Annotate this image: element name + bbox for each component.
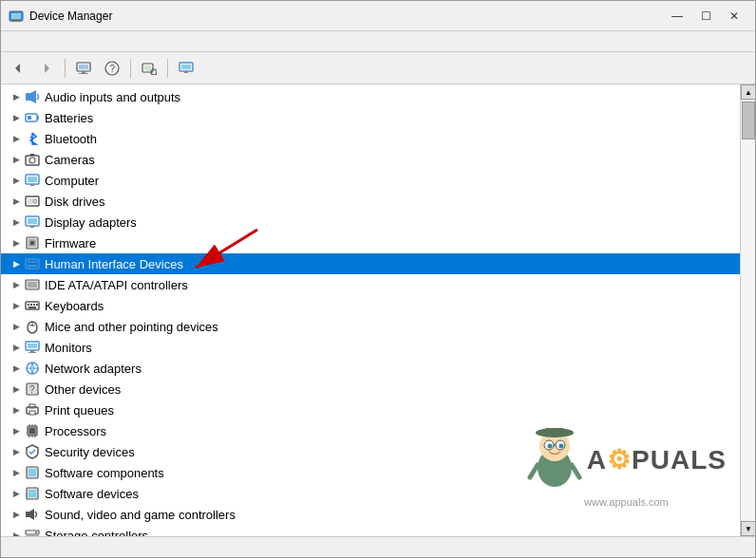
- status-bar: [1, 536, 755, 557]
- device-icon-cameras: [24, 151, 41, 168]
- tree-item-cameras[interactable]: ▶Cameras: [1, 149, 740, 170]
- scroll-thumb[interactable]: [742, 102, 755, 140]
- svg-rect-41: [28, 261, 30, 263]
- expand-arrow-security[interactable]: ▶: [9, 444, 24, 459]
- svg-rect-23: [28, 116, 31, 120]
- expand-arrow-print[interactable]: ▶: [9, 402, 24, 418]
- svg-point-106: [558, 444, 563, 449]
- toolbar-separator-1: [65, 59, 66, 78]
- expand-arrow-diskdrives[interactable]: ▶: [9, 194, 24, 209]
- expand-arrow-bluetooth[interactable]: ▶: [9, 131, 24, 146]
- expand-arrow-firmware[interactable]: ▶: [9, 235, 24, 251]
- device-label-cameras: Cameras: [45, 153, 95, 167]
- tree-item-ideata[interactable]: ▶IDE ATA/ATAPI controllers: [1, 274, 740, 295]
- expand-arrow-mice[interactable]: ▶: [9, 319, 24, 334]
- expand-arrow-processors[interactable]: ▶: [9, 423, 24, 438]
- device-label-computer: Computer: [45, 174, 99, 188]
- expand-arrow-monitors[interactable]: ▶: [9, 340, 24, 355]
- device-icon-software_devices: [24, 485, 41, 502]
- svg-rect-48: [28, 304, 29, 306]
- scroll-up-button[interactable]: ▲: [741, 84, 755, 100]
- svg-rect-22: [37, 116, 39, 120]
- maximize-button[interactable]: ☐: [692, 6, 719, 27]
- tree-item-monitors[interactable]: ▶Monitors: [1, 337, 740, 358]
- toolbar-help-button[interactable]: ?: [99, 56, 125, 81]
- tree-item-print[interactable]: ▶Print queues: [1, 400, 740, 420]
- expand-arrow-ideata[interactable]: ▶: [9, 277, 24, 292]
- tree-item-computer[interactable]: ▶Computer: [1, 170, 740, 191]
- expand-arrow-hid[interactable]: ▶: [9, 256, 24, 271]
- expand-arrow-batteries[interactable]: ▶: [9, 110, 24, 125]
- device-label-software_devices: Software devices: [45, 487, 139, 501]
- device-icon-displayadapters: [24, 214, 41, 231]
- svg-point-26: [29, 158, 35, 163]
- watermark-logo-text: A⚙PUALS: [587, 444, 727, 475]
- tree-item-diskdrives[interactable]: ▶Disk drives: [1, 191, 740, 212]
- svg-rect-42: [31, 261, 34, 263]
- svg-marker-20: [30, 90, 36, 103]
- tree-item-hid[interactable]: ▶Human Interface Devices: [1, 253, 740, 274]
- expand-arrow-network[interactable]: ▶: [9, 361, 24, 376]
- tree-item-mice[interactable]: ▶Mice and other pointing devices: [1, 316, 740, 337]
- expand-arrow-software_devices[interactable]: ▶: [9, 486, 24, 501]
- expand-arrow-audio[interactable]: ▶: [9, 89, 24, 104]
- appuals-watermark: A⚙PUALS www.appuals.com: [526, 425, 727, 508]
- device-label-bluetooth: Bluetooth: [45, 132, 97, 146]
- svg-rect-102: [545, 428, 564, 436]
- toolbar-monitor-button[interactable]: [173, 56, 199, 81]
- scroll-track[interactable]: [741, 100, 755, 521]
- tree-item-firmware[interactable]: ▶Firmware: [1, 232, 740, 253]
- toolbar-forward-button[interactable]: [33, 56, 60, 81]
- toolbar-computer-button[interactable]: [70, 56, 97, 81]
- tree-item-storage[interactable]: ▶Storage controllers: [1, 525, 740, 536]
- svg-rect-50: [33, 304, 35, 306]
- tree-item-audio[interactable]: ▶Audio inputs and outputs: [1, 86, 740, 107]
- svg-rect-3: [11, 21, 21, 22]
- svg-rect-29: [28, 177, 37, 182]
- tree-item-network[interactable]: ▶Network adapters: [1, 358, 740, 379]
- device-icon-mice: [24, 318, 41, 335]
- svg-rect-79: [26, 512, 29, 517]
- toolbar-scan-button[interactable]: [136, 56, 162, 81]
- tree-item-keyboards[interactable]: ▶Keyboards: [1, 295, 740, 316]
- expand-arrow-cameras[interactable]: ▶: [9, 152, 24, 167]
- expand-arrow-computer[interactable]: ▶: [9, 173, 24, 188]
- scroll-down-button[interactable]: ▼: [741, 521, 755, 536]
- device-label-security: Security devices: [45, 445, 135, 459]
- svg-rect-18: [184, 71, 188, 73]
- svg-rect-44: [28, 265, 37, 267]
- svg-rect-66: [29, 411, 35, 415]
- tree-item-displayadapters[interactable]: ▶Display adapters: [1, 212, 740, 232]
- tree-item-bluetooth[interactable]: ▶Bluetooth: [1, 128, 740, 149]
- scrollbar[interactable]: ▲ ▼: [740, 84, 755, 536]
- device-icon-keyboards: [24, 297, 41, 314]
- toolbar-separator-3: [167, 59, 168, 78]
- toolbar-back-button[interactable]: [5, 56, 31, 81]
- svg-rect-35: [28, 218, 37, 224]
- svg-rect-30: [30, 184, 34, 186]
- expand-arrow-storage[interactable]: ▶: [9, 528, 24, 536]
- device-icon-processors: [24, 422, 41, 439]
- svg-marker-27: [29, 154, 35, 156]
- device-label-storage: Storage controllers: [45, 529, 148, 537]
- content-area: ▶Audio inputs and outputs▶Batteries▶Blue…: [1, 84, 755, 536]
- expand-arrow-displayadapters[interactable]: ▶: [9, 214, 24, 230]
- device-icon-hid: [24, 255, 41, 272]
- tree-item-other[interactable]: ▶?Other devices: [1, 379, 740, 400]
- tree-item-batteries[interactable]: ▶Batteries: [1, 107, 740, 128]
- expand-arrow-sound[interactable]: ▶: [9, 507, 24, 522]
- device-label-other: Other devices: [45, 382, 121, 397]
- device-label-audio: Audio inputs and outputs: [45, 90, 180, 104]
- expand-arrow-other[interactable]: ▶: [9, 381, 24, 397]
- svg-rect-58: [30, 350, 34, 352]
- minimize-button[interactable]: —: [664, 6, 690, 27]
- expand-arrow-keyboards[interactable]: ▶: [9, 298, 24, 313]
- toolbar: ?: [1, 52, 755, 84]
- svg-rect-43: [35, 261, 37, 263]
- expand-arrow-software_components[interactable]: ▶: [9, 465, 24, 480]
- window-title: Device Manager: [29, 9, 664, 23]
- device-icon-network: [24, 360, 41, 377]
- svg-rect-8: [82, 71, 85, 73]
- close-button[interactable]: ✕: [721, 6, 747, 27]
- device-label-keyboards: Keyboards: [45, 299, 104, 313]
